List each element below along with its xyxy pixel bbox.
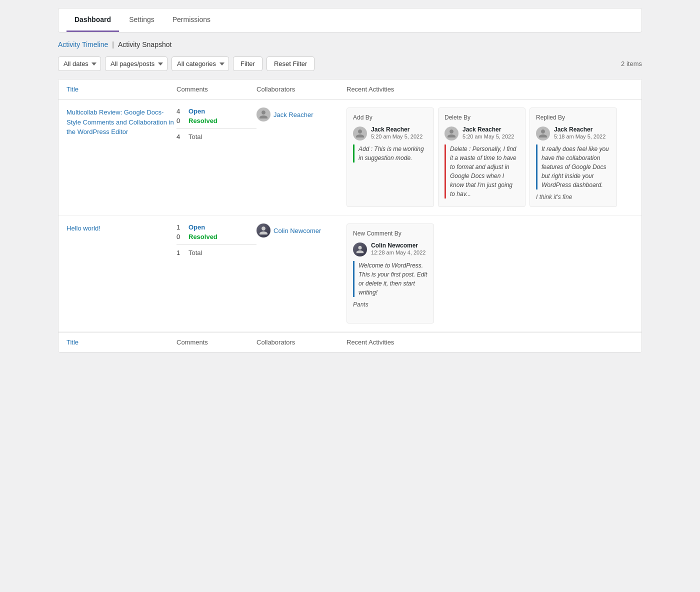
table-header: Title Comments Collaborators Recent Acti… [58, 80, 642, 100]
person-icon [258, 226, 268, 236]
activity-user-row-replied: Jack Reacher 5:18 am May 5, 2022 [536, 126, 610, 140]
tab-permissions[interactable]: Permissions [164, 8, 218, 32]
row1-collaborator-name[interactable]: Jack Reacher [274, 111, 313, 118]
col-header-collaborators: Collaborators [256, 86, 346, 93]
activity-card-new-comment: New Comment By Colin Newcomer 12:28 am M… [346, 224, 434, 324]
table-footer-header: Title Comments Collaborators Recent Acti… [58, 332, 642, 352]
person-icon [356, 245, 364, 254]
activity-type-replied: Replied By [536, 114, 610, 121]
row1-resolved-row: 0 Resolved [176, 117, 256, 124]
breadcrumb-separator: | [112, 40, 114, 48]
activity-avatar-delete [444, 126, 458, 140]
person-icon [258, 110, 268, 120]
row2-avatar [256, 224, 270, 238]
table-row: Hello world! 1 Open 0 Resolved 1 Total [58, 216, 642, 332]
row1-title-cell: Multicollab Review: Google Docs-Style Co… [66, 108, 176, 137]
dates-filter[interactable]: All dates [58, 56, 101, 71]
col-header-title: Title [66, 86, 176, 93]
activity-card-replied: Replied By Jack Reacher 5:18 am May 5, 2… [530, 108, 617, 207]
row2-open-row: 1 Open [176, 224, 256, 231]
categories-filter[interactable]: All categories [172, 56, 229, 71]
row2-collaborator-name[interactable]: Colin Newcomer [274, 227, 321, 234]
row2-collaborators-col: Colin Newcomer [256, 224, 346, 238]
row1-open-label: Open [188, 108, 205, 115]
tab-settings[interactable]: Settings [121, 8, 162, 32]
activity-user-info-delete: Jack Reacher 5:20 am May 5, 2022 [462, 126, 514, 140]
activity-avatar-add [353, 126, 367, 140]
activity-comment-delete: Delete : Personally, I find it a waste o… [444, 144, 519, 198]
row1-open-count: 4 [176, 108, 184, 115]
breadcrumb: Activity Timeline | Activity Snapshot [58, 40, 642, 48]
activity-avatar-new-comment [353, 242, 367, 256]
activity-user-row-add: Jack Reacher 5:20 am May 5, 2022 [353, 126, 428, 140]
activity-user-info-replied: Jack Reacher 5:18 am May 5, 2022 [554, 126, 606, 140]
row1-resolved-count: 0 [176, 117, 184, 124]
activity-time-add: 5:20 am May 5, 2022 [371, 133, 422, 140]
row2-activities-col: New Comment By Colin Newcomer 12:28 am M… [346, 224, 634, 324]
person-icon [355, 128, 365, 138]
breadcrumb-link[interactable]: Activity Timeline [58, 40, 108, 48]
footer-col-comments: Comments [176, 338, 256, 346]
row2-comment-divider [176, 244, 256, 245]
activity-user-name-add: Jack Reacher [371, 126, 422, 133]
row2-open-count: 1 [176, 224, 184, 231]
reset-filter-button[interactable]: Reset Filter [266, 56, 314, 71]
activity-type-new-comment: New Comment By [353, 230, 428, 237]
row1-collaborators-col: Jack Reacher [256, 108, 346, 122]
row1-avatar [256, 108, 270, 122]
row2-total-row: 1 Total [176, 249, 256, 256]
activity-user-name-delete: Jack Reacher [462, 126, 514, 133]
person-icon [538, 128, 548, 138]
row2-resolved-label: Resolved [188, 233, 218, 240]
top-nav: Dashboard Settings Permissions [58, 8, 642, 32]
activity-user-row-new-comment: Colin Newcomer 12:28 am May 4, 2022 [353, 242, 428, 256]
row1-total-row: 4 Total [176, 133, 256, 140]
footer-col-title: Title [66, 338, 176, 346]
activity-user-name-replied: Jack Reacher [554, 126, 606, 133]
tab-dashboard[interactable]: Dashboard [66, 8, 119, 32]
activity-time-replied: 5:18 am May 5, 2022 [554, 133, 606, 140]
activity-avatar-replied [536, 126, 550, 140]
row2-total-count: 1 [176, 249, 184, 256]
items-count: 2 items [621, 60, 642, 68]
activity-time-delete: 5:20 am May 5, 2022 [462, 133, 514, 140]
activity-comment-add: Add : This is me working in suggestion m… [353, 144, 428, 162]
row2-total-label: Total [188, 249, 202, 256]
table-row: Multicollab Review: Google Docs-Style Co… [58, 100, 642, 216]
row2-resolved-count: 0 [176, 233, 184, 240]
activity-comment-new-comment: Welcome to WordPress. This is your first… [353, 261, 428, 297]
activity-card-delete: Delete By Jack Reacher 5:20 am May 5, 20… [438, 108, 526, 207]
row2-open-label: Open [188, 224, 205, 231]
row2-resolved-row: 0 Resolved [176, 233, 256, 240]
row1-total-label: Total [188, 133, 202, 140]
activity-type-delete: Delete By [444, 114, 519, 121]
pages-filter[interactable]: All pages/posts [105, 56, 168, 71]
row1-resolved-label: Resolved [188, 117, 218, 124]
col-header-comments: Comments [176, 86, 256, 93]
activity-comment-replied: It really does feel like you have the co… [536, 144, 610, 190]
footer-col-collaborators: Collaborators [256, 338, 346, 346]
activity-user-name-new-comment: Colin Newcomer [371, 242, 426, 249]
activity-sub-comment-new-comment: Pants [353, 301, 428, 308]
row1-open-row: 4 Open [176, 108, 256, 115]
row2-title-cell: Hello world! [66, 224, 176, 234]
activity-type-add: Add By [353, 114, 428, 121]
filter-bar: All dates All pages/posts All categories… [58, 56, 642, 71]
filter-button[interactable]: Filter [233, 56, 262, 71]
person-icon [446, 128, 456, 138]
breadcrumb-current: Activity Snapshot [118, 40, 172, 48]
row2-title-link[interactable]: Hello world! [66, 224, 100, 232]
row1-title-link[interactable]: Multicollab Review: Google Docs-Style Co… [66, 108, 174, 136]
activity-sub-comment-replied: I think it's fine [536, 194, 610, 200]
main-table: Title Comments Collaborators Recent Acti… [58, 79, 642, 352]
activity-user-info-add: Jack Reacher 5:20 am May 5, 2022 [371, 126, 422, 140]
row1-comment-divider [176, 128, 256, 129]
activity-time-new-comment: 12:28 am May 4, 2022 [371, 249, 426, 256]
row1-activities-col: Add By Jack Reacher 5:20 am May 5, 2022 … [346, 108, 634, 207]
row1-total-count: 4 [176, 133, 184, 140]
activity-user-row-delete: Jack Reacher 5:20 am May 5, 2022 [444, 126, 519, 140]
activity-card-add: Add By Jack Reacher 5:20 am May 5, 2022 … [346, 108, 434, 207]
footer-col-recent-activities: Recent Activities [346, 338, 634, 346]
col-header-recent-activities: Recent Activities [346, 86, 634, 93]
row1-comments-col: 4 Open 0 Resolved 4 Total [176, 108, 256, 140]
